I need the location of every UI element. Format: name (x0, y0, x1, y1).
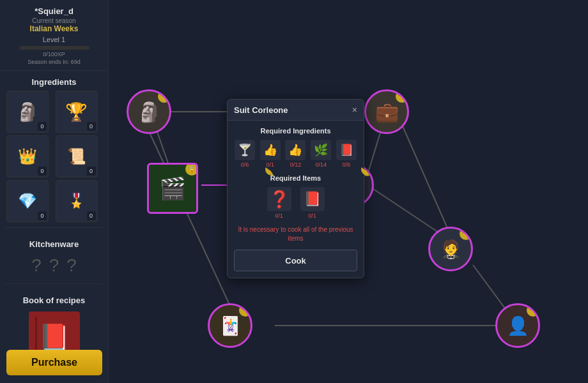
ingredient-wreath-icon: 🏆 (63, 98, 91, 126)
kitchenware-item-2[interactable]: ? (49, 255, 59, 276)
node-statue[interactable]: 🔒 🗿 (127, 89, 171, 134)
lock-badge-briefcase: 🔒 (396, 89, 409, 102)
node-film[interactable]: 🔒 🎬 (147, 163, 198, 214)
req-ingredient-book-count: 0/6 (343, 161, 351, 168)
req-item-redbook-count: 0/1 (308, 213, 316, 219)
lock-badge-suit: 🔒 (460, 227, 473, 239)
ingredient-gem[interactable]: 💎 0 (6, 180, 49, 222)
warning-text: It is necessary to cook all of the previ… (234, 225, 357, 243)
req-ingredient-wreath-count: 0/14 (316, 161, 327, 168)
node-jester[interactable]: 🔒 🃏 (208, 303, 252, 348)
ingredient-badge-icon: 🎖️ (63, 187, 91, 215)
node-briefcase[interactable]: 🔒 💼 (364, 89, 409, 134)
req-ingredient-thumbs2-count: 0/12 (290, 161, 302, 168)
ingredient-statue-icon: 🗿 (13, 98, 42, 126)
req-ingredient-cocktail-icon: 🍸 (235, 140, 255, 160)
ingredient-crown-icon: 👑 (13, 142, 42, 170)
req-items-title: Required Items (234, 174, 357, 182)
skill-tree-canvas: 🔒 🗿 🔒 💼 🔒 🎬 🔒 🎭 (109, 0, 588, 383)
node-suit[interactable]: 🔒 🤵 (428, 227, 473, 271)
main-content: 🔒 🗿 🔒 💼 🔒 🎬 🔒 🎭 (109, 0, 588, 383)
ingredient-gem-icon: 💎 (13, 187, 42, 215)
req-item-mystery-icon: ❓ (267, 187, 291, 211)
kitchenware-item-1[interactable]: ? (31, 255, 42, 276)
ingredient-statue[interactable]: 🗿 0 (6, 91, 49, 133)
lock-badge-gun: 🔒 (361, 163, 374, 176)
season-name: Italian Weeks (3, 24, 105, 33)
cook-button[interactable]: Cook (234, 250, 357, 271)
lock-badge-jester: 🔒 (240, 303, 252, 316)
req-ingredient-wreath-icon: 🌿 (311, 140, 331, 160)
lock-badge-film: 🔒 (185, 163, 198, 176)
lock-badge-statue: 🔒 (159, 89, 171, 102)
required-ingredients-row: 🍸 0/6 👍 0/1 👍 0/12 🌿 (234, 140, 357, 168)
ingredients-title: Ingredients (31, 71, 76, 91)
profile-section: *Squier_d Current season Italian Weeks L… (0, 0, 108, 71)
modal-body: Required Ingredients 🍸 0/6 👍 0/1 👍 0/ (228, 121, 364, 278)
modal-header: Suit Corleone × (228, 100, 364, 121)
ingredient-badge-count: 0 (87, 211, 96, 220)
req-ingredient-thumbs-icon: 👍 (260, 140, 281, 160)
book-title: Book of recipes (23, 289, 86, 309)
level-label: Level 1 (3, 36, 105, 43)
required-items-row: ❓ 0/1 📕 0/1 (234, 187, 357, 219)
lock-badge-face: 🔒 (527, 303, 540, 316)
season-label: Current season (3, 17, 105, 24)
ingredient-scroll-count: 0 (87, 167, 96, 176)
req-ingredients-title: Required Ingredients (234, 127, 357, 135)
req-ingredient-book-icon: 📕 (336, 140, 357, 160)
ingredients-grid: 🗿 0 🏆 0 👑 0 📜 0 💎 0 (0, 91, 108, 222)
req-ingredient-cocktail-count: 0/6 (241, 161, 249, 168)
ingredient-crown-count: 0 (38, 167, 47, 176)
req-ingredient-thumbs2: 👍 0/12 (285, 140, 307, 168)
ingredient-crown[interactable]: 👑 0 (6, 135, 49, 177)
req-item-redbook: 📕 0/1 (299, 187, 326, 219)
xp-text: 0/100XP (3, 51, 105, 57)
profile-name: *Squier_d (3, 6, 105, 16)
divider-1 (5, 227, 102, 228)
divider-2 (5, 283, 102, 284)
modal-close-button[interactable]: × (352, 105, 357, 115)
xp-bar-container (19, 46, 89, 50)
suit-corleone-modal: Suit Corleone × Required Ingredients 🍸 0… (227, 99, 364, 278)
ingredient-wreath-count: 0 (87, 122, 96, 131)
ingredient-scroll[interactable]: 📜 0 (56, 135, 98, 177)
kitchenware-title: Kitchenware (29, 233, 79, 253)
ingredient-wreath[interactable]: 🏆 0 (56, 91, 98, 133)
req-item-mystery-count: 0/1 (275, 213, 283, 219)
svg-line-5 (396, 112, 454, 243)
season-ends: Season ends In: 69d (3, 59, 105, 65)
kitchenware-items: ? ? ? (31, 253, 77, 278)
req-ingredient-wreath: 🌿 0/14 (310, 140, 332, 168)
req-ingredient-book: 📕 0/6 (336, 140, 357, 168)
ingredient-gem-count: 0 (38, 211, 47, 220)
ingredient-statue-count: 0 (38, 122, 47, 131)
svg-line-6 (150, 134, 233, 313)
req-ingredient-thumbs2-icon: 👍 (285, 140, 306, 160)
ingredient-badge[interactable]: 🎖️ 0 (56, 180, 98, 222)
req-ingredient-cocktail: 🍸 0/6 (234, 140, 256, 168)
ingredient-scroll-icon: 📜 (63, 142, 91, 170)
node-face[interactable]: 🔒 👤 (495, 303, 540, 348)
kitchenware-item-3[interactable]: ? (66, 255, 77, 276)
req-item-mystery: ❓ 0/1 (266, 187, 293, 219)
sidebar: *Squier_d Current season Italian Weeks L… (0, 0, 109, 383)
modal-title: Suit Corleone (234, 105, 288, 115)
req-ingredient-thumbs: 👍 0/1 (259, 140, 281, 168)
req-item-redbook-icon: 📕 (300, 187, 325, 211)
purchase-button[interactable]: Purchase (6, 350, 102, 375)
